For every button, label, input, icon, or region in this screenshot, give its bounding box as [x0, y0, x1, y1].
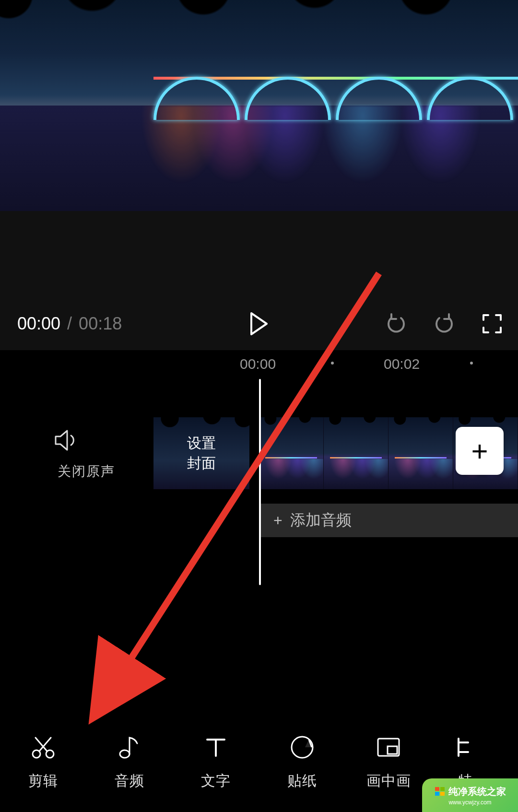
svg-point-2 — [120, 750, 130, 758]
svg-rect-7 — [435, 787, 439, 791]
effects-icon — [451, 733, 480, 762]
add-audio-label: 添加音频 — [290, 510, 352, 531]
picture-in-picture-icon — [374, 733, 403, 762]
time-separator: / — [67, 314, 72, 334]
add-clip-button[interactable]: + — [456, 427, 504, 475]
svg-rect-8 — [440, 787, 445, 791]
play-icon — [249, 312, 269, 335]
current-time: 00:00 — [17, 314, 60, 334]
svg-rect-10 — [440, 792, 445, 796]
plus-icon: + — [273, 512, 283, 530]
tool-text[interactable]: 文字 — [173, 733, 259, 791]
tool-label: 贴纸 — [287, 771, 317, 791]
ruler-mark-0: 00:00 — [240, 356, 276, 372]
scissors-icon — [29, 733, 58, 762]
tool-label: 剪辑 — [28, 771, 58, 791]
tool-pip[interactable]: 画中画 — [345, 733, 432, 791]
preview-scene-water — [0, 106, 518, 211]
time-display: 00:00 / 00:18 — [17, 314, 122, 334]
play-button[interactable] — [246, 310, 272, 337]
svg-rect-5 — [388, 746, 397, 754]
speaker-icon — [53, 427, 80, 454]
timeline[interactable]: 00:00 00:02 关闭原声 设置 封面 — [0, 350, 518, 686]
music-note-icon — [115, 733, 144, 762]
video-editor-app: 00:00 / 00:18 — [0, 0, 518, 812]
preview-scene-reflection — [0, 106, 518, 211]
ruler-mark-1: 00:02 — [384, 356, 420, 372]
playhead[interactable] — [259, 379, 261, 585]
mute-original-sound-button[interactable]: 关闭原声 — [53, 427, 120, 481]
watermark-text: 纯净系统之家 — [448, 785, 506, 798]
undo-icon — [385, 312, 408, 335]
clip-frame-thumbnail — [388, 417, 453, 489]
total-time: 00:18 — [79, 314, 122, 334]
preview-scene-bridge — [153, 77, 518, 101]
add-audio-button[interactable]: + 添加音频 — [259, 504, 518, 537]
tool-audio[interactable]: 音频 — [86, 733, 173, 791]
track-area: 关闭原声 设置 封面 + — [0, 379, 518, 561]
svg-rect-9 — [435, 792, 439, 796]
video-preview[interactable] — [0, 0, 518, 211]
clip-frame-thumbnail — [259, 417, 324, 489]
timeline-ruler[interactable]: 00:00 00:02 — [0, 350, 518, 379]
clip-frame-thumbnail — [324, 417, 388, 489]
mute-label: 关闭原声 — [53, 462, 120, 481]
player-bar: 00:00 / 00:18 — [0, 297, 518, 350]
watermark-url: www.ycwjzy.com — [448, 799, 491, 806]
redo-icon — [433, 312, 456, 335]
plus-icon: + — [471, 435, 488, 468]
sticker-icon — [288, 733, 317, 762]
cover-label: 设置 封面 — [187, 433, 216, 473]
tool-label: 画中画 — [366, 771, 411, 791]
fullscreen-button[interactable] — [480, 311, 505, 336]
preview-letterbox — [0, 211, 518, 297]
fullscreen-icon — [482, 313, 503, 334]
ruler-tick-dot — [470, 362, 473, 365]
redo-button[interactable] — [432, 311, 457, 336]
tool-cut[interactable]: 剪辑 — [0, 733, 86, 791]
tool-label: 音频 — [115, 771, 144, 791]
tool-label: 文字 — [201, 771, 231, 791]
set-cover-button[interactable]: 设置 封面 — [153, 417, 249, 489]
tool-sticker[interactable]: 贴纸 — [259, 733, 345, 791]
preview-scene-foliage — [0, 0, 518, 48]
player-right-controls — [384, 297, 505, 350]
undo-button[interactable] — [384, 311, 409, 336]
windows-icon — [434, 786, 446, 797]
ruler-tick-dot — [331, 362, 334, 365]
text-icon — [201, 733, 230, 762]
watermark-badge: 纯净系统之家 www.ycwjzy.com — [422, 778, 518, 812]
